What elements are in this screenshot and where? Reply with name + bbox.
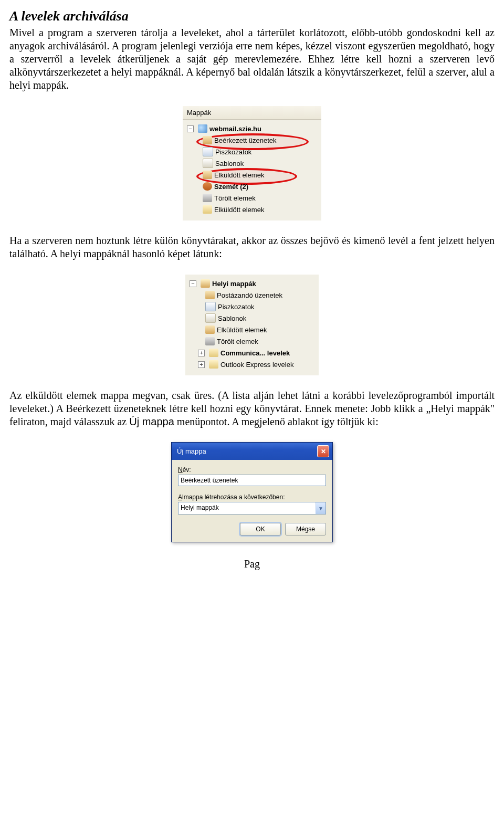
folder-icon <box>203 205 212 214</box>
paragraph-2: Ha a szerveren nem hoztunk létre külön k… <box>9 234 495 260</box>
tree-item[interactable]: Törölt elemek <box>188 335 317 347</box>
tree-server: − webmail.szie.hu Beérkezett üzenetek Pi… <box>183 120 321 220</box>
tree-item[interactable]: Postázandó üzenetek <box>188 289 317 301</box>
tree-item[interactable]: + Communica... levelek <box>188 347 317 359</box>
dialog-titlebar[interactable]: Új mappa ✕ <box>172 443 332 460</box>
inbox-icon <box>203 136 212 144</box>
junk-icon <box>203 182 212 191</box>
tree-item-label: Törölt elemek <box>214 194 256 202</box>
sent-icon <box>205 325 215 334</box>
combo-value: Helyi mappák <box>178 502 316 514</box>
outbox-icon <box>205 291 215 299</box>
page-title: A levelek archiválása <box>9 8 495 24</box>
local-folder-icon <box>201 279 210 288</box>
page-footer: Pag <box>9 558 495 570</box>
ok-button[interactable]: OK <box>240 523 281 535</box>
tree-item[interactable]: Elküldött elemek <box>186 204 319 215</box>
cancel-button[interactable]: Mégse <box>285 523 326 535</box>
tree-item[interactable]: Sablonok <box>186 157 319 169</box>
template-icon <box>205 313 216 323</box>
tree-item[interactable]: Törölt elemek <box>186 192 319 204</box>
tree-item-label: Törölt elemek <box>217 338 258 345</box>
panel-header: Mappák <box>183 106 321 120</box>
tree-item-label: Elküldött elemek <box>217 326 267 334</box>
tree-item-label: Beérkezett üzenetek <box>214 136 277 144</box>
expand-icon[interactable]: + <box>198 361 205 368</box>
tree-item[interactable]: Szemét (2) <box>186 181 319 192</box>
tree-item-label: Piszkozatok <box>218 303 254 311</box>
tree-item-label: Elküldött elemek <box>214 206 264 214</box>
folders-panel-server: Mappák − webmail.szie.hu Beérkezett üzen… <box>183 106 321 220</box>
expand-icon[interactable]: + <box>198 350 205 356</box>
draft-icon <box>205 302 216 311</box>
tree-item-label: Postázandó üzenetek <box>217 291 282 299</box>
template-icon <box>203 159 213 168</box>
tree-item-label: Outlook Express levelek <box>220 361 293 369</box>
folders-panel-local: − Helyi mappák Postázandó üzenetek Piszk… <box>185 274 319 375</box>
dialog-title: Új mappa <box>177 447 206 455</box>
tree-item-label: Szemét (2) <box>214 183 248 191</box>
tree-item[interactable]: Piszkozatok <box>188 301 317 312</box>
tree-item[interactable]: Sablonok <box>188 312 317 324</box>
tree-item-label: Sablonok <box>218 314 246 322</box>
menu-command: Új mappa <box>129 416 174 427</box>
tree-item-label: Piszkozatok <box>215 148 251 156</box>
globe-icon <box>198 124 207 133</box>
tree-item[interactable]: Piszkozatok <box>186 146 319 157</box>
chevron-down-icon[interactable]: ▼ <box>316 502 326 514</box>
tree-root[interactable]: − webmail.szie.hu <box>186 123 319 134</box>
collapse-icon[interactable]: − <box>187 125 194 132</box>
close-icon[interactable]: ✕ <box>317 445 329 457</box>
folder-name-input[interactable] <box>178 475 326 486</box>
trash-icon <box>205 337 215 345</box>
tree-local: − Helyi mappák Postázandó üzenetek Piszk… <box>185 275 319 375</box>
paragraph-1: Mivel a program a szerveren tárolja a le… <box>9 26 495 92</box>
collapse-icon[interactable]: − <box>190 280 196 287</box>
tree-item[interactable]: Elküldött elemek <box>188 324 317 335</box>
tree-root-label: webmail.szie.hu <box>209 125 261 133</box>
tree-item[interactable]: + Outlook Express levelek <box>188 359 317 370</box>
sent-icon <box>203 171 212 179</box>
folder-icon <box>209 360 218 369</box>
tree-item-label: Elküldött elemek <box>214 171 264 179</box>
tree-item-label: Sablonok <box>215 160 244 167</box>
tree-item[interactable]: Beérkezett üzenetek <box>186 134 319 146</box>
tree-root-label: Helyi mappák <box>212 280 256 288</box>
paragraph-3: Az elküldött elemek mappa megvan, csak ü… <box>9 389 495 428</box>
parent-folder-combo[interactable]: Helyi mappák ▼ <box>178 502 326 514</box>
name-label: Név: <box>178 466 326 474</box>
tree-item[interactable]: Elküldött elemek <box>186 169 319 181</box>
draft-icon <box>203 147 213 156</box>
tree-item-label: Communica... levelek <box>220 349 290 357</box>
tree-root[interactable]: − Helyi mappák <box>188 278 317 289</box>
trash-icon <box>203 194 212 202</box>
new-folder-dialog: Új mappa ✕ Név: Almappa létrehozása a kö… <box>171 442 333 542</box>
parent-label: Almappa létrehozása a következőben: <box>178 493 326 501</box>
folder-icon <box>209 349 218 357</box>
